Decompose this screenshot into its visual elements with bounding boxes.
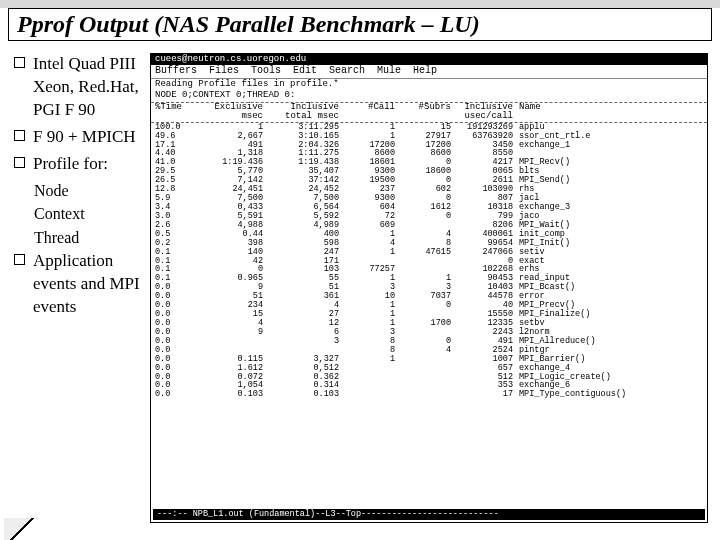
col-call: #Call	[347, 103, 403, 122]
bullet-icon	[14, 254, 25, 265]
menu-files[interactable]: Files	[209, 66, 239, 77]
page-fold-icon	[4, 518, 36, 540]
bullet-2: F 90 + MPICH	[33, 126, 136, 149]
bullet-3-sub3: Thread	[14, 227, 144, 249]
table-row: 0.01527115550MPI_Finalize()	[155, 310, 703, 319]
column-headers: %Time Exclusive msec Inclusive total mse…	[151, 103, 707, 123]
menu-edit[interactable]: Edit	[293, 66, 317, 77]
menu-buffers[interactable]: Buffers	[155, 66, 197, 77]
menu-bar: Buffers Files Tools Edit Search Mule Hel…	[151, 65, 707, 79]
table-row: 2.64,9884,9896098206MPI_Wait()	[155, 221, 703, 230]
table-row: 0.50.4440014400061init_comp	[155, 230, 703, 239]
col-subrs: #Subrs	[403, 103, 459, 122]
bullet-icon	[14, 157, 25, 168]
bullet-3-sub1: Node	[14, 180, 144, 202]
title-bar: Pprof Output (NAS Parallel Benchmark – L…	[8, 8, 712, 41]
table-row: 0.09632243l2norm	[155, 328, 703, 337]
table-row: 0.05136110703744578error	[155, 292, 703, 301]
status-message: Reading Profile files in profile.*	[151, 79, 707, 90]
bullet-icon	[14, 130, 25, 141]
menu-tools[interactable]: Tools	[251, 66, 281, 77]
table-row: 0.10.965551190453read_input	[155, 274, 703, 283]
page-title: Pprof Output (NAS Parallel Benchmark – L…	[17, 11, 703, 38]
terminal-window: cuees@neutron.cs.uoregon.edu Buffers Fil…	[150, 53, 708, 523]
table-row: 0.1140247147615247066setiv	[155, 248, 703, 257]
col-time: %Time	[155, 103, 199, 122]
col-exclusive: Exclusive msec	[199, 103, 271, 122]
bullet-1: Intel Quad PIII Xeon, Red.Hat, PGI F 90	[33, 53, 144, 122]
col-name: Name	[519, 103, 689, 122]
table-row: 0.0380491MPI_Allreduce()	[155, 337, 703, 346]
bullet-3-sub2: Context	[14, 203, 144, 225]
col-usec: Inclusive usec/call	[459, 103, 519, 122]
table-row: 0.023441040MPI_Precv()	[155, 301, 703, 310]
table-row: 0.1421710exact	[155, 257, 703, 266]
table-row: 0.09513310403MPI_Bcast()	[155, 283, 703, 292]
bullets: Intel Quad PIII Xeon, Red.Hat, PGI F 90 …	[14, 53, 144, 523]
bullet-icon	[14, 57, 25, 68]
terminal-title: cuees@neutron.cs.uoregon.edu	[151, 54, 707, 65]
profile-header: NODE 0;CONTEXT 0;THREAD 0:	[151, 90, 707, 102]
table-row: 0.00.1030.10317MPI_Type_contiguous()	[155, 390, 703, 399]
menu-search[interactable]: Search	[329, 66, 365, 77]
bullet-4: Application events and MPI events	[33, 250, 144, 319]
menu-mule[interactable]: Mule	[377, 66, 401, 77]
bullet-3: Profile for:	[33, 153, 108, 176]
status-bar: ---:-- NPB_L1.out (Fundamental)--L3--Top…	[153, 509, 705, 520]
col-inclusive: Inclusive total msec	[271, 103, 347, 122]
data-rows: 100.013:11.295115191293269applu49.62,667…	[151, 123, 707, 400]
menu-help[interactable]: Help	[413, 66, 437, 77]
table-row: 0.04121170012335setbv	[155, 319, 703, 328]
